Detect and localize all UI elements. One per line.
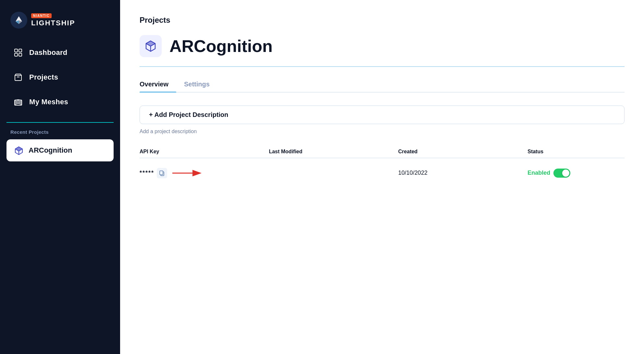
arrow-indicator bbox=[172, 169, 202, 178]
table-row: ***** 10/10/2022 Enabled bbox=[140, 164, 625, 182]
logo-icon bbox=[10, 12, 27, 29]
main-nav: Dashboard Projects bbox=[0, 42, 120, 113]
sidebar-item-projects-label: Projects bbox=[29, 73, 58, 82]
my-meshes-icon bbox=[13, 97, 23, 107]
svg-rect-3 bbox=[15, 53, 18, 56]
svg-rect-2 bbox=[19, 49, 22, 52]
dashboard-icon bbox=[13, 47, 23, 58]
api-key-table: API Key Last Modified Created Status ***… bbox=[140, 149, 625, 182]
add-description-button[interactable]: + Add Project Description bbox=[140, 106, 625, 124]
col-header-status: Status bbox=[527, 149, 625, 155]
api-key-masked: ***** bbox=[140, 170, 154, 176]
recent-item-arcognition[interactable]: ARCognition bbox=[6, 139, 114, 161]
svg-marker-10 bbox=[192, 170, 202, 176]
sidebar-item-my-meshes-label: My Meshes bbox=[29, 98, 68, 106]
toggle-knob bbox=[562, 170, 569, 177]
page-title: Projects bbox=[140, 16, 625, 25]
sidebar-item-projects[interactable]: Projects bbox=[6, 66, 114, 88]
copy-api-key-button[interactable] bbox=[157, 168, 167, 178]
sidebar-item-my-meshes[interactable]: My Meshes bbox=[6, 91, 114, 113]
status-cell: Enabled bbox=[527, 169, 625, 178]
created-cell: 10/10/2022 bbox=[398, 170, 527, 176]
sidebar-divider bbox=[6, 122, 114, 123]
add-description-hint: Add a project description bbox=[140, 129, 625, 134]
main-content: Projects ARCognition Overview Settings +… bbox=[120, 0, 644, 354]
tab-overview[interactable]: Overview bbox=[140, 77, 176, 92]
project-divider bbox=[140, 66, 625, 67]
sidebar: NIANTIC LIGHTSHIP Dashboard bbox=[0, 0, 120, 354]
sidebar-item-dashboard[interactable]: Dashboard bbox=[6, 42, 114, 64]
col-header-last-modified: Last Modified bbox=[269, 149, 398, 155]
svg-rect-1 bbox=[15, 49, 18, 52]
col-header-api-key: API Key bbox=[140, 149, 269, 155]
api-key-value-cell: ***** bbox=[140, 168, 269, 178]
logo-area: NIANTIC LIGHTSHIP bbox=[0, 0, 120, 42]
svg-rect-8 bbox=[160, 171, 163, 175]
status-toggle[interactable] bbox=[553, 169, 570, 178]
api-table-header: API Key Last Modified Created Status bbox=[140, 149, 625, 158]
lightship-label: LIGHTSHIP bbox=[31, 19, 75, 27]
projects-icon bbox=[13, 72, 23, 82]
sidebar-item-dashboard-label: Dashboard bbox=[29, 48, 68, 57]
recent-item-label: ARCognition bbox=[29, 146, 72, 155]
svg-rect-4 bbox=[19, 53, 22, 56]
tab-settings[interactable]: Settings bbox=[184, 77, 217, 92]
recent-projects-label: Recent Projects bbox=[0, 129, 120, 139]
project-name: ARCognition bbox=[169, 36, 273, 56]
logo-text: NIANTIC LIGHTSHIP bbox=[31, 13, 75, 27]
recent-item-icon bbox=[14, 146, 23, 155]
project-icon-box bbox=[140, 35, 162, 57]
niantic-badge: NIANTIC bbox=[31, 13, 52, 18]
tab-bar: Overview Settings bbox=[140, 77, 625, 93]
col-header-created: Created bbox=[398, 149, 527, 155]
project-header: ARCognition bbox=[140, 35, 625, 57]
status-text: Enabled bbox=[527, 170, 550, 176]
